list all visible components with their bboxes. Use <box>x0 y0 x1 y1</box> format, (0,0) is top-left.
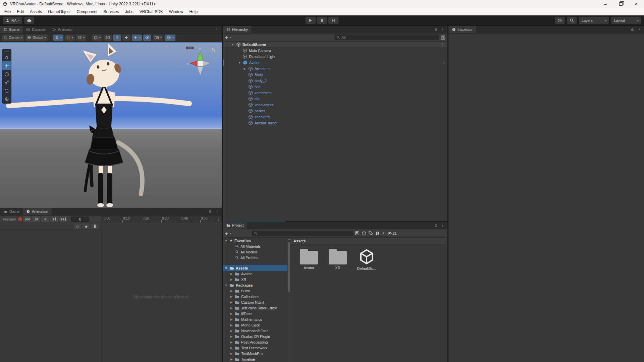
hierarchy-item-body[interactable]: Body <box>223 72 447 78</box>
tree-pkg-timeline[interactable]: ▶Timeline <box>223 356 287 362</box>
tree-pkg-custom-nunit[interactable]: ▶Custom NUnit <box>223 299 287 305</box>
tab-inspector[interactable]: Inspector <box>448 26 476 33</box>
create-object-button[interactable]: + <box>225 35 228 40</box>
asset-scene-defaultscene[interactable]: DefaultSc... <box>356 249 377 270</box>
project-search-input[interactable] <box>259 231 351 235</box>
kebab-menu-icon[interactable]: ⋮ <box>637 27 641 32</box>
foldout-collapsed-icon[interactable]: ▶ <box>230 352 233 355</box>
tab-hierarchy[interactable]: Hierarchy <box>223 26 251 33</box>
foldout-collapsed-icon[interactable]: ▶ <box>230 278 233 281</box>
close-button[interactable]: × <box>629 0 644 8</box>
tree-assets[interactable]: ▼ Assets <box>223 265 287 271</box>
menu-window[interactable]: Window <box>166 9 186 14</box>
menu-assets[interactable]: Assets <box>27 9 45 14</box>
hierarchy-item-main-camera[interactable]: Main Camera <box>223 48 447 54</box>
foldout-expanded-icon[interactable]: ▼ <box>224 284 228 287</box>
hierarchy-item-kemomimi[interactable]: kemomimi <box>223 90 447 96</box>
menu-vrchat-sdk[interactable]: VRChat SDK <box>137 9 166 14</box>
tree-pkg-collections[interactable]: ▶Collections <box>223 294 287 299</box>
chevron-down-icon[interactable]: ▾ <box>230 36 231 39</box>
first-frame-button[interactable] <box>23 216 31 222</box>
menu-jobs[interactable]: Jobs <box>122 9 136 14</box>
tab-animator[interactable]: Animator <box>49 26 76 33</box>
minimize-button[interactable]: – <box>598 0 613 8</box>
kebab-menu-icon[interactable]: ⋮ <box>441 27 445 32</box>
undo-history-button[interactable] <box>555 17 565 24</box>
preview-toggle[interactable]: Preview <box>1 217 17 221</box>
hierarchy-item-tail[interactable]: tail <box>223 96 447 102</box>
hierarchy-item-avator[interactable]: ▼ Avator › <box>223 60 447 66</box>
foldout-collapsed-icon[interactable]: ▶ <box>230 312 233 315</box>
tree-assets-avator[interactable]: ▶ Avator <box>223 271 287 277</box>
menu-help[interactable]: Help <box>186 9 201 14</box>
asset-folder-avator[interactable]: Avator <box>298 249 320 270</box>
foldout-expanded-icon[interactable]: ▼ <box>238 61 241 64</box>
tree-pkg-textmeshpro[interactable]: ▶TextMeshPro <box>223 351 287 356</box>
tool-handle-rotation-dropdown[interactable]: Global ▾ <box>25 35 48 41</box>
tree-pkg-newtonsoft[interactable]: ▶Newtonsoft Json <box>223 328 287 334</box>
kebab-menu-icon[interactable]: ⋮ <box>441 42 445 47</box>
view-hand-tool[interactable] <box>2 53 11 61</box>
tree-pkg-mono-cecil[interactable]: ▶Mono Cecil <box>223 322 287 328</box>
hierarchy-item-armature[interactable]: ▶ Armature <box>223 66 447 72</box>
overlay-drag-handle[interactable] <box>2 50 11 53</box>
kebab-menu-icon[interactable]: ⋮ <box>441 223 445 228</box>
foldout-collapsed-icon[interactable]: ▶ <box>230 295 233 298</box>
filter-by-label-icon[interactable] <box>368 231 373 236</box>
next-frame-button[interactable] <box>50 216 58 222</box>
hidden-objects-toggle[interactable] <box>143 35 151 41</box>
cloud-services-button[interactable] <box>24 17 34 24</box>
hierarchy-item-parker[interactable]: parker <box>223 108 447 114</box>
scene-picker-icon[interactable] <box>441 35 445 40</box>
foldout-expanded-icon[interactable]: ▼ <box>224 239 228 242</box>
hierarchy-item-directional-light[interactable]: Directional Light <box>223 54 447 60</box>
search-window-icon[interactable] <box>355 231 360 236</box>
layers-dropdown[interactable]: Layers ▾ <box>579 17 609 24</box>
menu-edit[interactable]: Edit <box>14 9 27 14</box>
draw-mode-dropdown[interactable]: ▾ <box>92 35 102 41</box>
pause-button[interactable] <box>317 17 327 24</box>
2d-toggle[interactable]: 2D <box>104 35 112 41</box>
menu-component[interactable]: Component <box>73 9 100 14</box>
divider[interactable] <box>101 216 102 362</box>
tab-console[interactable]: Console <box>23 26 49 33</box>
tree-all-prefabs[interactable]: All Prefabs <box>223 255 287 260</box>
kebab-menu-icon[interactable]: ⋮ <box>217 217 221 222</box>
favorites-star-icon[interactable]: ★ <box>382 231 385 236</box>
rotate-tool[interactable] <box>2 70 11 78</box>
snap-move-dropdown[interactable]: ▾ <box>76 35 86 41</box>
tree-pkg-oculus-xr[interactable]: ▶Oculus XR Plugin <box>223 334 287 339</box>
tree-assets-xr[interactable]: ▶ XR <box>223 277 287 282</box>
foldout-collapsed-icon[interactable]: ▶ <box>230 301 233 304</box>
move-tool[interactable] <box>2 61 11 70</box>
foldout-collapsed-icon[interactable]: ▶ <box>230 335 233 338</box>
foldout-collapsed-icon[interactable]: ▶ <box>230 272 233 276</box>
kebab-menu-icon[interactable]: ⋮ <box>215 209 219 214</box>
add-keyframe-filled-button[interactable]: ◆ <box>83 224 90 229</box>
orientation-gizmo[interactable]: y x <box>185 44 218 79</box>
tree-pkg-post-processing[interactable]: ▶Post Processing <box>223 339 287 345</box>
create-asset-button[interactable]: + <box>225 231 228 236</box>
last-frame-button[interactable] <box>59 216 67 222</box>
tree-packages[interactable]: ▼ Packages <box>223 282 287 288</box>
frame-number-field[interactable]: 0 <box>71 217 89 222</box>
tab-project[interactable]: Project <box>223 222 247 229</box>
hierarchy-item-anchor-target[interactable]: Anchor Target <box>223 120 447 126</box>
importance-icon[interactable] <box>375 231 380 236</box>
kebab-menu-icon[interactable]: ⋮ <box>215 27 219 32</box>
lock-icon[interactable] <box>631 27 634 32</box>
step-button[interactable] <box>328 17 339 24</box>
menu-services[interactable]: Services <box>100 9 122 14</box>
hierarchy-item-sneakers[interactable]: sneakers <box>223 114 447 120</box>
hierarchy-item-hair[interactable]: hair <box>223 84 447 90</box>
foldout-collapsed-icon[interactable]: ▶ <box>230 346 233 350</box>
foldout-collapsed-icon[interactable]: ▶ <box>230 323 233 327</box>
lock-icon[interactable] <box>434 27 438 32</box>
hierarchy-item-knee-socks[interactable]: knee-socks <box>223 102 447 108</box>
audio-toggle[interactable] <box>122 35 130 41</box>
hierarchy-search[interactable] <box>335 35 439 40</box>
foldout-collapsed-icon[interactable]: ▶ <box>230 318 233 321</box>
tree-all-models[interactable]: All Models <box>223 249 287 255</box>
asset-folder-xr[interactable]: XR <box>327 249 348 270</box>
scale-tool[interactable] <box>2 78 11 86</box>
